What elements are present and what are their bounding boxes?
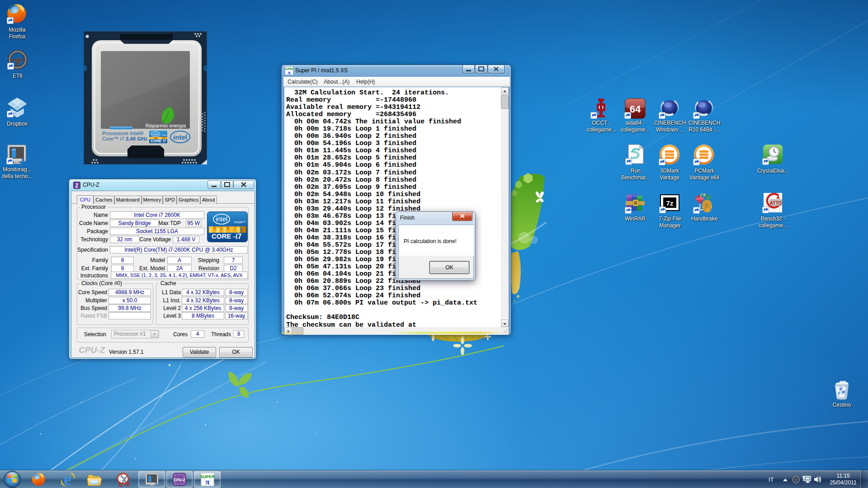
svg-text:intel: intel (216, 216, 227, 223)
svg-text:7z: 7z (666, 199, 674, 207)
svg-text:CORE: CORE (212, 232, 231, 240)
svg-text:CORE i7: CORE i7 (151, 139, 166, 143)
svg-text:Z: Z (75, 183, 78, 189)
svg-text:π: π (288, 70, 290, 75)
svg-text:intel: intel (152, 132, 159, 136)
svg-text:inside™: inside™ (161, 134, 169, 136)
svg-text:64: 64 (630, 103, 641, 115)
svg-text:inside™: inside™ (234, 221, 245, 224)
svg-text:e: e (64, 472, 71, 487)
svg-text:ATTO: ATTO (770, 201, 782, 206)
svg-text:™: ™ (232, 236, 236, 239)
svg-text:i7: i7 (236, 233, 241, 240)
svg-text:Risparmio energia: Risparmio energia (146, 123, 186, 128)
svg-text:Core™ i7 3,40 GHz: Core™ i7 3,40 GHz (102, 136, 148, 141)
svg-text:intel: intel (173, 133, 187, 141)
svg-text:Processore Intel®: Processore Intel® (102, 131, 144, 136)
svg-text:π: π (205, 478, 209, 486)
svg-text:CPU-Z: CPU-Z (174, 478, 185, 482)
